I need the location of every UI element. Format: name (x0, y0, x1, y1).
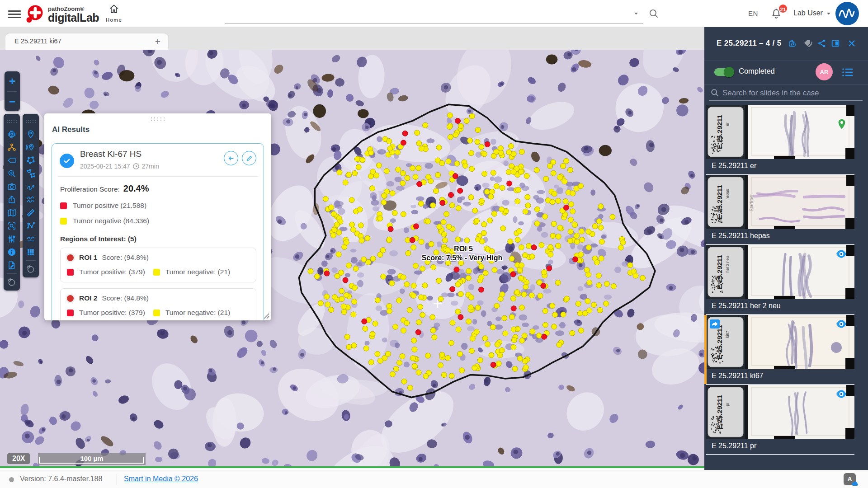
user-avatar[interactable] (835, 2, 859, 25)
case-timer-icon[interactable] (787, 38, 797, 50)
slide-item-pr[interactable]: E 25.29211prE 25.29211 pr (706, 385, 854, 455)
tool-snapshot-camera-icon[interactable] (5, 180, 19, 193)
slide-forward-icon[interactable] (710, 319, 720, 330)
zoom-controls: + − (5, 71, 20, 111)
tool-multi-polygon-icon[interactable] (24, 167, 38, 180)
svg-text:ki67: ki67 (725, 331, 730, 338)
tool-report-edit-icon[interactable] (5, 258, 19, 272)
slide-search-input[interactable] (722, 87, 858, 99)
toolbar-drag-handle[interactable] (25, 117, 37, 125)
tool-pin-annotation-icon[interactable] (24, 127, 38, 141)
proliferation-score-label: Proliferation Score: (60, 185, 120, 193)
roi-negative-swatch (153, 310, 160, 316)
toolbar-drag-handle[interactable] (6, 117, 18, 125)
tool-freehand-draw-icon[interactable] (24, 180, 38, 193)
tool-polygon-annotation-icon[interactable] (24, 154, 38, 167)
roi-positive: Tumor positive: (379) (79, 309, 145, 317)
roi-card[interactable]: ROI 1Score: (94.8%) Tumor positive: (379… (60, 248, 256, 282)
case-status-label: Completed (739, 67, 775, 75)
slide-item-ki67[interactable]: E 25.29211ki67E 25.29211 ki67 (706, 315, 854, 385)
svg-text:E 25.29211: E 25.29211 (716, 185, 723, 219)
slide-visited-eye-icon[interactable] (835, 319, 847, 330)
svg-text:hepas: hepas (725, 189, 730, 199)
tool-export-share-icon[interactable] (5, 193, 19, 206)
viewer-toolbar-annotations (23, 114, 39, 277)
menu-icon[interactable] (8, 9, 21, 19)
user-caret-icon[interactable] (826, 10, 832, 17)
search-icon[interactable] (648, 8, 660, 19)
case-tags-icon[interactable] (802, 38, 813, 51)
analysis-card[interactable]: Breast Ki-67 HS 2025-08-21 15:47 27min P… (52, 143, 264, 320)
roi-card[interactable]: ROI 2Score: (94.8%) Tumor positive: (379… (60, 288, 256, 320)
global-search-input[interactable] (226, 10, 624, 23)
tool-info-icon[interactable] (5, 245, 19, 258)
svg-text:E 25.29211: E 25.29211 (716, 115, 723, 149)
case-share-icon[interactable] (817, 38, 827, 50)
slide-caption: E 25.29211 ki67 (706, 369, 854, 383)
tool-pin-area-icon[interactable] (24, 141, 38, 154)
panel-resize-handle[interactable] (264, 313, 269, 319)
zoom-in-button[interactable]: + (5, 71, 20, 91)
panel-drag-handle-icon[interactable] (150, 117, 165, 121)
roi-header: Regions of Interest: (5) (60, 235, 137, 243)
tumor-negative-label: Tumor negative (84.336) (73, 217, 149, 225)
tool-minimap-icon[interactable] (5, 206, 19, 219)
home-icon (108, 4, 119, 14)
tool-find-region-icon[interactable] (5, 219, 19, 232)
tool-reset-view-icon[interactable] (5, 276, 19, 289)
tool-zoom-region-icon[interactable] (5, 167, 19, 180)
tool-ruler-measure-icon[interactable] (24, 206, 38, 219)
status-dot (9, 477, 14, 482)
slide-item-hepas[interactable]: E 25.29211hepasStarfrostE 25.29211 hepas (706, 175, 854, 245)
slide-location-pin-icon (837, 118, 846, 132)
tool-freehand-multi-icon[interactable] (24, 193, 38, 206)
new-tab-button[interactable]: + (152, 36, 164, 47)
zoom-out-button[interactable]: − (5, 92, 20, 112)
scale-bar: 100 µm (38, 453, 146, 465)
tab-slide-ki67[interactable]: E 25.29211 ki67 + (5, 33, 168, 50)
tool-label-tag-icon[interactable] (5, 154, 19, 167)
scale-label: 100 µm (38, 455, 146, 462)
tab-bar: E 25.29211 ki67 + (0, 27, 704, 50)
slide-search-icon (710, 88, 720, 98)
back-button[interactable] (224, 151, 238, 165)
case-sidebar: E 25.29211 – 4 / 5 Completed AR E 25.292… (704, 27, 868, 470)
slide-visited-eye-icon[interactable] (835, 249, 847, 260)
tool-polygon-measure-icon[interactable] (24, 219, 38, 232)
slide-visited-eye-icon[interactable] (835, 389, 847, 400)
edit-button[interactable] (242, 151, 256, 165)
pathozoom-logo-icon (25, 3, 44, 25)
vendor-link[interactable]: Smart in Media © 2026 (124, 475, 198, 483)
ai-results-panel[interactable]: AI Results Breast Ki-67 HS 2025-08-21 15… (44, 113, 271, 320)
proliferation-score-value: 20.4% (123, 183, 149, 193)
tumor-positive-label: Tumor positive (21.588) (73, 202, 146, 210)
tool-adjustments-icon[interactable] (5, 232, 19, 245)
panel-title: AI Results (52, 125, 90, 134)
tool-grid-overlay-icon[interactable] (24, 245, 38, 258)
roi-positive: Tumor positive: (379) (79, 268, 145, 276)
assignee-avatar[interactable]: AR (816, 63, 833, 80)
roi-marker-icon (67, 295, 74, 302)
analysis-name: Breast Ki-67 HS (80, 149, 142, 159)
slide-item-her-2-neu[interactable]: E 25.29211her 2 neuE 25.29211 her 2 neu (706, 245, 854, 315)
home-button[interactable]: Home (103, 4, 125, 23)
notifications-button[interactable]: 21 (770, 7, 783, 21)
case-list-menu-icon[interactable] (842, 67, 854, 77)
language-selector[interactable]: EN (748, 9, 758, 17)
search-scope-caret-icon[interactable] (633, 10, 639, 17)
user-menu[interactable]: Lab User (793, 9, 823, 17)
search-underline (225, 23, 643, 23)
split-view-icon[interactable] (830, 38, 840, 50)
roi-name: ROI 2 (79, 294, 97, 302)
tool-ai-analysis-icon[interactable] (5, 127, 19, 141)
tool-results-tree-icon[interactable] (5, 141, 19, 154)
close-icon[interactable] (847, 38, 857, 50)
app-logo[interactable]: pathoZoom® digitalLab (25, 3, 99, 25)
completed-toggle[interactable] (714, 68, 733, 76)
slide-item-er[interactable]: E 25.29211erE 25.29211 er (706, 105, 854, 175)
notification-badge: 21 (778, 4, 788, 14)
tool-freehand-measure-icon[interactable] (24, 232, 38, 245)
tool-reset-view-icon[interactable] (24, 263, 38, 276)
tab-label: E 25.29211 ki67 (14, 38, 61, 45)
pencil-icon (246, 155, 253, 162)
